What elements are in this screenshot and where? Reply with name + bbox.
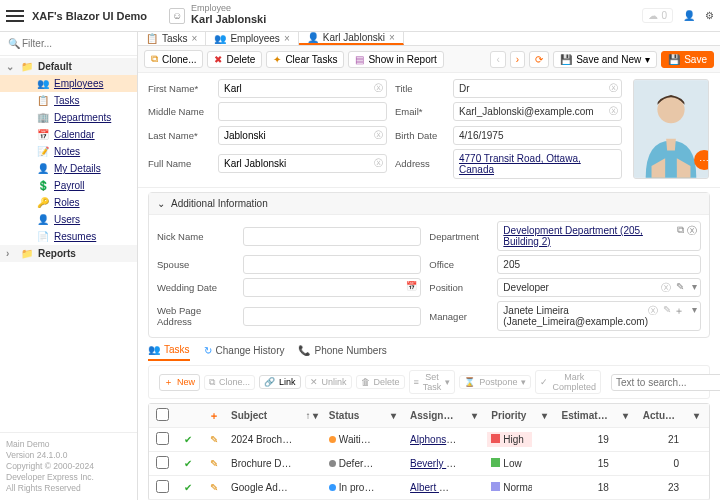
tab[interactable]: 👥Employees× (206, 32, 298, 45)
col-est[interactable]: Estimated Work Hours (558, 407, 613, 424)
field-input[interactable] (243, 307, 421, 326)
task-markcomplete-button[interactable]: ✓ Mark Completed (535, 370, 601, 394)
field-input[interactable] (243, 227, 421, 246)
nav-item[interactable]: 👤My Details (0, 160, 137, 177)
table-row[interactable]: ✔✎Google AdWords StrategyIn progressAlbe… (149, 476, 709, 500)
assigned-link[interactable]: Beverly Oneil (410, 458, 461, 469)
close-icon[interactable]: × (192, 33, 198, 44)
table-row[interactable]: ✔✎Brochure Design ReviewDeferredBeverly … (149, 452, 709, 476)
field-input[interactable] (218, 102, 387, 121)
add-column-icon[interactable]: ＋ (201, 406, 227, 426)
show-in-report-button[interactable]: ▤Show in Report (348, 51, 443, 68)
clear-icon[interactable]: ⓧ (609, 82, 618, 95)
nav-item[interactable]: 📅Calendar (0, 126, 137, 143)
row-checkbox[interactable] (156, 480, 169, 493)
nav-filter-input[interactable] (6, 36, 131, 51)
filter-icon[interactable]: ▾ (683, 407, 709, 424)
clear-tasks-button[interactable]: ✦Clear Tasks (266, 51, 344, 68)
nav-group[interactable]: ⌄📁Default (0, 58, 137, 75)
assigned-link[interactable]: Alphonso Johnson (410, 434, 461, 445)
task-settask-button[interactable]: ≡ Set Task ▾ (409, 370, 456, 394)
edit-row-icon[interactable]: ✎ (201, 431, 227, 448)
nav-item[interactable]: 👤Users (0, 211, 137, 228)
delete-button[interactable]: ✖Delete (207, 51, 262, 68)
col-priority[interactable]: Priority (487, 407, 531, 424)
filter-icon[interactable]: ▾ (380, 407, 406, 424)
clear-icon[interactable]: ⓧ (374, 157, 383, 170)
photo-actions-button[interactable]: ⋯ (694, 150, 709, 170)
edit-row-icon[interactable]: ✎ (201, 479, 227, 496)
nav-item[interactable]: 📋Tasks (0, 92, 137, 109)
nav-item[interactable]: 👥Employees (0, 75, 137, 92)
gear-icon[interactable]: ⚙ (705, 10, 714, 21)
tab[interactable]: 👤Karl Jablonski× (299, 32, 404, 45)
next-record-button[interactable]: › (510, 51, 525, 68)
add-icon[interactable]: ＋ (674, 304, 684, 318)
col-subject[interactable]: Subject (227, 407, 299, 424)
close-icon[interactable]: × (284, 33, 290, 44)
tab[interactable]: 📋Tasks× (138, 32, 206, 45)
nav-item[interactable]: 📝Notes (0, 143, 137, 160)
edit-row-icon[interactable]: ✎ (201, 455, 227, 472)
nav-item[interactable]: 📄Resumes (0, 228, 137, 245)
filter-icon[interactable]: ▾ (613, 407, 639, 424)
clear-icon[interactable]: ⓧ (374, 82, 383, 95)
clear-icon[interactable]: ⓧ (648, 304, 658, 318)
field-input[interactable] (218, 126, 387, 145)
task-postpone-button[interactable]: ⌛ Postpone ▾ (459, 375, 531, 389)
close-icon[interactable]: × (389, 32, 395, 43)
hamburger-menu[interactable] (6, 7, 24, 25)
task-new-button[interactable]: ＋ New (159, 374, 200, 391)
open-icon[interactable]: ⧉ (677, 224, 684, 236)
field-input[interactable] (243, 278, 421, 297)
save-and-new-button[interactable]: 💾Save and New ▾ (553, 51, 657, 68)
nav-item[interactable]: 💲Payroll (0, 177, 137, 194)
field-input[interactable] (218, 154, 387, 173)
sub-tab[interactable]: 📞Phone Numbers (298, 344, 386, 361)
calendar-icon[interactable]: 📅 (406, 281, 417, 291)
sub-tab[interactable]: 👥Tasks (148, 344, 190, 361)
row-checkbox[interactable] (156, 432, 169, 445)
notification-badge[interactable]: ☁0 (642, 8, 673, 23)
field-input[interactable]: 4/16/1975 (453, 126, 622, 145)
task-delete-button[interactable]: 🗑 Delete (356, 375, 405, 389)
clone-button[interactable]: ⧉Clone... (144, 50, 203, 68)
select-all-checkbox[interactable] (156, 408, 169, 421)
filter-icon[interactable]: ↑ ▾ (299, 407, 325, 424)
prev-record-button[interactable]: ‹ (490, 51, 505, 68)
additional-info-toggle[interactable]: ⌄Additional Information (149, 193, 709, 215)
nav-item[interactable]: 🔑Roles (0, 194, 137, 211)
clear-icon[interactable]: ⓧ (661, 281, 671, 295)
clear-icon[interactable]: ⓧ (687, 224, 697, 238)
col-assigned[interactable]: Assigned To (406, 407, 461, 424)
chevron-down-icon[interactable]: ▾ (692, 304, 697, 315)
col-act[interactable]: Actual Work Hours (639, 407, 683, 424)
field-input[interactable] (243, 255, 421, 274)
field-input[interactable]: Development Department (205, Building 2) (497, 221, 701, 251)
edit-icon[interactable]: ✎ (663, 304, 671, 315)
col-status[interactable]: Status (325, 407, 380, 424)
save-button[interactable]: 💾Save (661, 51, 714, 68)
sub-tab[interactable]: ↻Change History (204, 344, 285, 361)
field-input[interactable]: Dr (453, 79, 622, 98)
edit-icon[interactable]: ✎ (676, 281, 684, 292)
task-search-input[interactable] (611, 374, 720, 391)
clear-icon[interactable]: ⓧ (609, 105, 618, 118)
nav-item[interactable]: 🏢Departments (0, 109, 137, 126)
field-input[interactable]: 205 (497, 255, 701, 274)
task-link-button[interactable]: 🔗 Link (259, 375, 301, 389)
task-clone-button[interactable]: ⧉ Clone... (204, 375, 255, 390)
user-icon[interactable]: 👤 (683, 10, 695, 21)
row-checkbox[interactable] (156, 456, 169, 469)
assigned-link[interactable]: Albert Walker (410, 482, 461, 493)
filter-icon[interactable]: ▾ (532, 407, 558, 424)
filter-icon[interactable]: ▾ (461, 407, 487, 424)
task-unlink-button[interactable]: ✕ Unlink (305, 375, 352, 389)
field-input[interactable]: 4770 Transit Road, Ottawa, Canada (453, 149, 622, 179)
nav-group[interactable]: ›📁Reports (0, 245, 137, 262)
chevron-down-icon[interactable]: ▾ (692, 281, 697, 292)
table-row[interactable]: ✔✎2024 Brochure DesignsWaiting for someo… (149, 428, 709, 452)
clear-icon[interactable]: ⓧ (374, 129, 383, 142)
refresh-button[interactable]: ⟳ (529, 51, 549, 68)
field-input[interactable]: Karl_Jablonski@example.com (453, 102, 622, 121)
